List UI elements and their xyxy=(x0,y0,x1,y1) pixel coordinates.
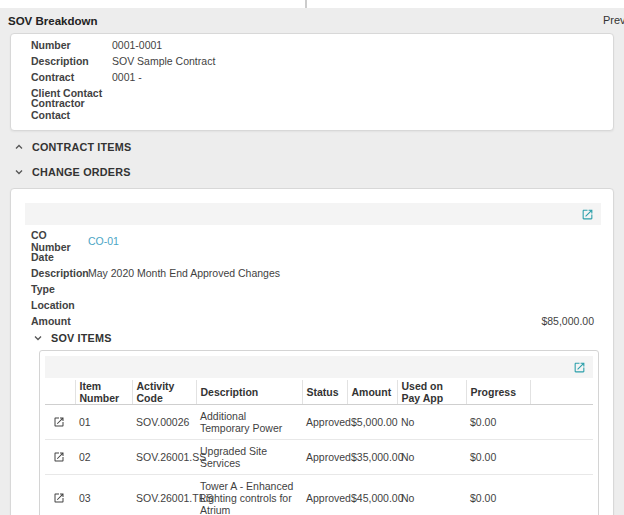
chevron-up-icon xyxy=(13,141,25,153)
cell-description: Tower A - Enhanced Lighting controls for… xyxy=(196,475,302,515)
cell-used-on-pay-app: No xyxy=(397,440,466,475)
sov-items-toolbar xyxy=(45,356,593,378)
field-label: Description xyxy=(31,55,112,67)
field-label: Location xyxy=(31,299,88,311)
field-row-number: Number 0001-0001 xyxy=(31,37,593,53)
cell-trailing xyxy=(530,440,593,475)
preview-button[interactable]: Preview xyxy=(603,14,624,26)
tab-divider xyxy=(305,0,307,8)
column-header-progress: Progress xyxy=(466,380,530,405)
section-label: CHANGE ORDERS xyxy=(32,166,131,178)
cell-progress: $0.00 xyxy=(466,440,530,475)
field-row-co-description: Description May 2020 Month End Approved … xyxy=(31,265,601,281)
field-row-location: Location xyxy=(31,297,601,313)
field-label: Date xyxy=(31,251,88,263)
column-header-activity-code: Activity Code xyxy=(132,380,196,405)
change-order-toolbar xyxy=(25,203,601,225)
change-order-fields: CO Number CO-01 Date Description May 202… xyxy=(31,233,601,329)
cell-activity-code: SOV.26001.TRS xyxy=(132,475,196,515)
field-row-co-number: CO Number CO-01 xyxy=(31,233,601,249)
column-header-actions xyxy=(45,380,75,405)
open-item-button[interactable] xyxy=(49,492,65,504)
chevron-down-icon xyxy=(13,166,25,178)
cell-used-on-pay-app: No xyxy=(397,405,466,440)
field-row-contract: Contract 0001 - xyxy=(31,69,593,85)
field-value: May 2020 Month End Approved Changes xyxy=(88,267,280,279)
sections-block: CONTRACT ITEMS CHANGE ORDERS xyxy=(0,134,624,184)
field-label: Contractor Contact xyxy=(31,97,112,121)
co-number-link[interactable]: CO-01 xyxy=(88,235,119,247)
launch-icon xyxy=(53,451,65,463)
field-value: 0001 - xyxy=(112,71,142,83)
column-header-amount: Amount xyxy=(347,380,397,405)
open-item-button[interactable] xyxy=(49,416,65,428)
field-label: Amount xyxy=(31,315,88,327)
chevron-down-icon xyxy=(32,332,44,344)
launch-icon xyxy=(53,416,65,428)
section-label: SOV ITEMS xyxy=(51,332,112,344)
sov-items-table-card: Item Number Activity Code Description St… xyxy=(39,350,599,515)
cell-progress: $0.00 xyxy=(466,475,530,515)
field-row-description: Description SOV Sample Contract xyxy=(31,53,593,69)
section-contract-items[interactable]: CONTRACT ITEMS xyxy=(0,134,624,159)
cell-trailing xyxy=(530,405,593,440)
cell-progress: $0.00 xyxy=(466,405,530,440)
cell-activity-code: SOV.00026 xyxy=(132,405,196,440)
open-change-order-button[interactable] xyxy=(581,208,594,221)
cell-amount: $45,000.00 xyxy=(347,475,397,515)
field-row-contractor-contact: Contractor Contact xyxy=(31,101,593,117)
cell-trailing xyxy=(530,475,593,515)
field-row-amount: Amount $85,000.00 xyxy=(31,313,601,329)
cell-status: Approved xyxy=(302,405,347,440)
sov-breakdown-page: SOV Breakdown Preview Number 0001-0001 D… xyxy=(0,0,624,515)
cell-item-number: 02 xyxy=(75,440,132,475)
section-sov-items[interactable]: SOV ITEMS xyxy=(32,329,601,347)
cell-status: Approved xyxy=(302,475,347,515)
column-header-description: Description xyxy=(196,380,302,405)
table-row: 03 SOV.26001.TRS Tower A - Enhanced Ligh… xyxy=(45,475,593,515)
change-order-card: CO Number CO-01 Date Description May 202… xyxy=(10,188,614,515)
field-row-type: Type xyxy=(31,281,601,297)
cell-activity-code: SOV.26001.SS xyxy=(132,440,196,475)
field-value: 0001-0001 xyxy=(112,39,162,51)
contract-details-card: Number 0001-0001 Description SOV Sample … xyxy=(10,33,614,131)
launch-icon xyxy=(53,492,65,504)
cell-amount: $35,000.00 xyxy=(347,440,397,475)
cell-status: Approved xyxy=(302,440,347,475)
cell-description: Upgraded Site Services xyxy=(196,440,302,475)
open-sov-items-button[interactable] xyxy=(573,361,586,374)
cell-item-number: 03 xyxy=(75,475,132,515)
launch-icon xyxy=(573,361,586,374)
section-change-orders[interactable]: CHANGE ORDERS xyxy=(0,159,624,184)
open-item-button[interactable] xyxy=(49,451,65,463)
cell-description: Additional Temporary Power xyxy=(196,405,302,440)
column-header-used-on-pay-app: Used on Pay App xyxy=(397,380,466,405)
table-row: 01 SOV.00026 Additional Temporary Power … xyxy=(45,405,593,440)
section-label: CONTRACT ITEMS xyxy=(32,141,131,153)
page-header: SOV Breakdown Preview xyxy=(0,8,624,33)
cell-used-on-pay-app: No xyxy=(397,475,466,515)
top-strip xyxy=(0,0,624,8)
amount-value: $85,000.00 xyxy=(541,315,601,327)
launch-icon xyxy=(581,208,594,221)
cell-item-number: 01 xyxy=(75,405,132,440)
sov-items-table: Item Number Activity Code Description St… xyxy=(45,380,593,515)
field-label: Number xyxy=(31,39,112,51)
field-label: Contract xyxy=(31,71,112,83)
column-header-status: Status xyxy=(302,380,347,405)
field-label: Description xyxy=(31,267,88,279)
page-title: SOV Breakdown xyxy=(8,15,97,27)
cell-amount: $5,000.00 xyxy=(347,405,397,440)
table-header-row: Item Number Activity Code Description St… xyxy=(45,380,593,405)
column-header-item-number: Item Number xyxy=(75,380,132,405)
field-label: CO Number xyxy=(31,229,88,253)
field-value: SOV Sample Contract xyxy=(112,55,215,67)
field-row-client-contact: Client Contact xyxy=(31,85,593,101)
column-header-trailing xyxy=(530,380,593,405)
table-row: 02 SOV.26001.SS Upgraded Site Services A… xyxy=(45,440,593,475)
field-row-date: Date xyxy=(31,249,601,265)
field-label: Type xyxy=(31,283,88,295)
